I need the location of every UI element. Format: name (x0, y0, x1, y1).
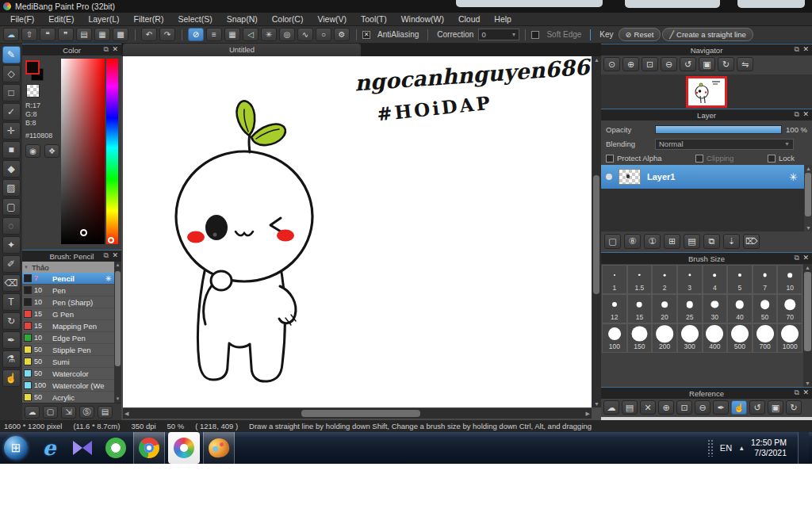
saturation-value-picker[interactable] (61, 59, 105, 244)
brush-size-cell[interactable]: 7 (753, 265, 778, 294)
select-eraser-tool[interactable]: ⌫ (2, 274, 21, 292)
brush-script-icon[interactable]: Ⓢ (79, 406, 94, 419)
coccoc-icon[interactable] (100, 432, 132, 464)
brush-size-cell[interactable]: 10 (777, 265, 802, 294)
clipping-checkbox[interactable]: Clipping (695, 154, 733, 163)
brush-size-cell[interactable]: 300 (677, 323, 703, 353)
document-icon[interactable]: ▤ (76, 28, 92, 41)
ref-zoom-out-icon[interactable]: ⊖ (695, 400, 710, 415)
scroll-up-icon[interactable]: ▲ (806, 166, 811, 171)
brush-row[interactable]: 10Edge Pen (22, 332, 114, 344)
chat-icon[interactable]: ❞ (58, 28, 74, 41)
palette-icon[interactable]: ◉ (25, 144, 40, 158)
undo-icon[interactable]: ↶ (141, 28, 157, 41)
brush-size-cell[interactable]: 30 (703, 294, 728, 323)
scroll-up-icon[interactable]: ▲ (594, 57, 599, 63)
transform-tool[interactable]: ↻ (2, 312, 21, 330)
brush-size-scrollbar[interactable]: ▲ ▼ (803, 264, 812, 387)
snap-concentric-icon[interactable]: ◎ (279, 28, 295, 41)
shape-brush-tool[interactable]: □ (2, 84, 21, 101)
scroll-left-icon[interactable]: ◀ (124, 411, 128, 417)
zoom-in-icon[interactable]: ⊕ (622, 57, 639, 71)
scrollbar-thumb[interactable] (115, 271, 121, 366)
delete-layer-icon[interactable]: ⌦ (743, 234, 760, 249)
fill-rect-tool[interactable]: ■ (2, 141, 21, 159)
opacity-slider[interactable] (655, 125, 782, 134)
brush-size-cell[interactable]: 15 (627, 294, 653, 323)
brush-row[interactable]: 10Pen (22, 285, 114, 296)
soft-edge-checkbox[interactable] (531, 31, 539, 39)
snap-parallel-icon[interactable]: ≡ (206, 28, 222, 41)
add-folder-icon[interactable]: ▤ (684, 234, 700, 249)
brush-size-cell[interactable]: 700 (753, 323, 778, 353)
magic-wand-tool[interactable]: ✦ (2, 236, 21, 254)
publish-icon[interactable]: ⇧ (21, 28, 37, 41)
menu-item-view[interactable]: View(V) (310, 13, 354, 25)
language-indicator[interactable]: EN (720, 443, 732, 453)
brush-size-cell[interactable]: 150 (627, 323, 653, 353)
scroll-down-icon[interactable]: ▼ (114, 396, 121, 403)
brush-size-cell[interactable]: 70 (777, 294, 802, 323)
move-tool[interactable]: ✛ (2, 122, 21, 140)
brush-size-cell[interactable]: 40 (727, 294, 753, 323)
brush-row[interactable]: 50Stipple Pen (22, 344, 114, 356)
select-tool[interactable]: ▢ (2, 198, 21, 216)
brush-row[interactable]: 15Mapping Pen (22, 320, 114, 332)
scroll-down-icon[interactable]: ▼ (594, 401, 599, 407)
foreground-color-swatch[interactable] (25, 60, 40, 75)
palette-set-icon[interactable]: ❖ (44, 144, 59, 158)
menu-item-file[interactable]: File(F) (3, 13, 41, 25)
add-brush-icon[interactable]: ▢ (43, 406, 58, 419)
create-straight-line-button[interactable]: ╱ Create a straight line (662, 28, 753, 41)
zoom-out-icon[interactable]: ⊖ (661, 57, 677, 71)
brush-row[interactable]: 50Watercolor (22, 368, 114, 380)
menu-item-snap[interactable]: Snap(N) (220, 13, 265, 25)
flip-icon[interactable]: ⇋ (737, 57, 753, 71)
layer-settings-icon[interactable]: ✳ (789, 171, 804, 183)
layer-list-scrollbar[interactable]: ▲ ▼ (804, 165, 812, 231)
redo-icon[interactable]: ↷ (159, 28, 175, 41)
reset-rotation-icon[interactable]: ▣ (699, 57, 715, 71)
blending-dropdown[interactable]: Normal ▼ (655, 139, 794, 150)
document-tab[interactable]: Untitled (123, 44, 361, 56)
ie-icon[interactable]: e (33, 432, 65, 464)
reset-button[interactable]: ⊘ Reset (619, 28, 661, 41)
snap-curve-icon[interactable]: ∿ (297, 28, 313, 41)
brush-size-cell[interactable]: 4 (703, 265, 728, 294)
layer-visibility-icon[interactable] (606, 174, 612, 180)
eraser-tool[interactable]: ◇ (2, 65, 21, 82)
rotate-right-icon[interactable]: ↻ (718, 57, 734, 71)
add-1bit-layer-icon[interactable]: ① (644, 234, 661, 249)
brush-tool[interactable]: ✎ (2, 46, 21, 63)
text-tool[interactable]: T (2, 293, 21, 311)
brush-size-cell[interactable]: 1000 (777, 323, 802, 353)
menu-item-filter[interactable]: Filter(R) (127, 13, 171, 25)
gradient-tool[interactable]: ▨ (2, 179, 21, 197)
snap-radial-icon[interactable]: ✳ (261, 28, 277, 41)
brush-size-cell[interactable]: 500 (727, 323, 753, 353)
scroll-right-icon[interactable]: ▶ (586, 411, 590, 417)
scrollbar-thumb[interactable] (804, 272, 811, 351)
folder-open-icon[interactable]: ▤ (622, 400, 638, 415)
add-8bit-layer-icon[interactable]: ⑧ (624, 234, 641, 249)
scrollbar-thumb[interactable] (805, 173, 811, 216)
cloud-open-icon[interactable]: ☁ (603, 400, 619, 415)
menu-item-tool[interactable]: Tool(T) (354, 13, 394, 25)
tiles-icon[interactable]: ▩ (113, 28, 128, 41)
hue-slider[interactable] (106, 59, 118, 244)
protect-alpha-checkbox[interactable]: Protect Alpha (606, 154, 662, 163)
popout-icon[interactable]: ⧉ (795, 254, 799, 262)
brush-size-cell[interactable]: 3 (677, 265, 703, 294)
brush-cloud-icon[interactable]: ☁ (25, 406, 40, 419)
brush-folder-icon[interactable]: ▤ (98, 406, 113, 419)
menu-item-layer[interactable]: Layer(L) (81, 13, 126, 25)
scroll-down-icon[interactable]: ▼ (805, 381, 810, 386)
clear-icon[interactable]: ✕ (640, 400, 656, 415)
brush-size-cell[interactable]: 400 (703, 323, 728, 353)
paint-icon[interactable] (203, 432, 235, 464)
add-brush-menu-icon[interactable]: ⇲ (61, 406, 76, 419)
close-icon[interactable]: ✕ (112, 45, 118, 53)
scroll-up-icon[interactable]: ▲ (114, 262, 121, 269)
brush-size-cell[interactable]: 5 (727, 265, 753, 294)
add-layer-icon[interactable]: ▢ (604, 234, 621, 249)
